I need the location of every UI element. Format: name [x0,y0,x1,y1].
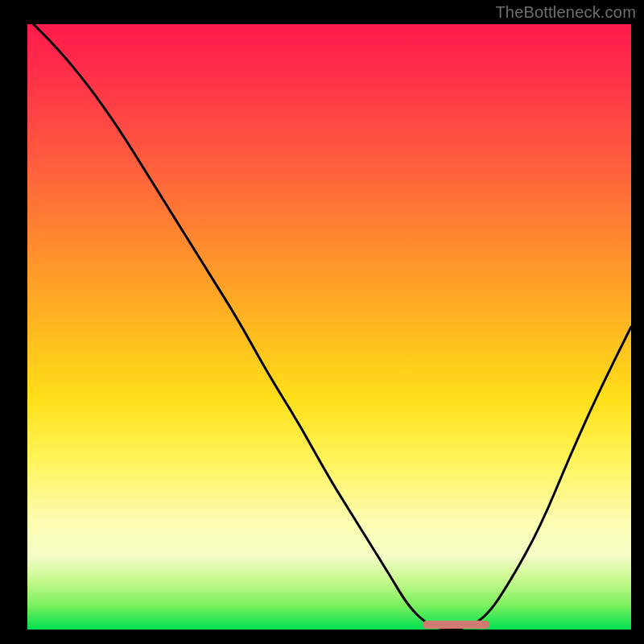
chart-stage: TheBottleneck.com [0,0,644,644]
watermark-text: TheBottleneck.com [495,3,636,22]
plot-area [27,24,631,630]
trough-marker [423,621,489,629]
curve-path [27,24,631,630]
bottleneck-curve [27,24,631,630]
